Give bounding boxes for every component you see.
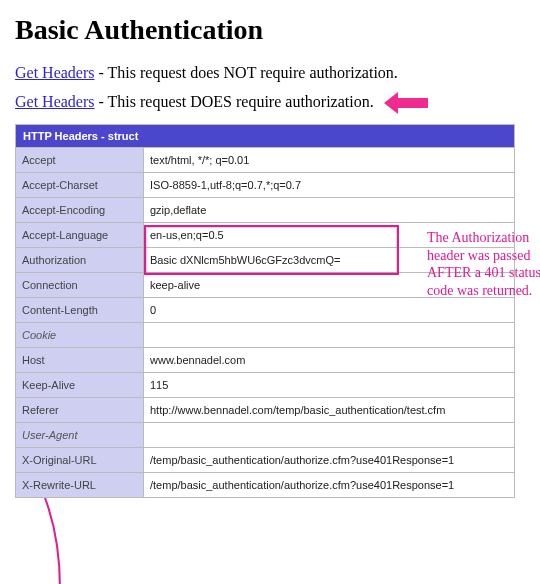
table-title: HTTP Headers - struct (16, 125, 515, 148)
example-line-1-text: - This request does NOT require authoriz… (95, 64, 398, 81)
annotation-text: The Authorization header was passed AFTE… (427, 229, 540, 299)
header-key: Accept (16, 148, 144, 173)
header-value: text/html, */*; q=0.01 (144, 148, 515, 173)
table-row: Refererhttp://www.bennadel.com/temp/basi… (16, 398, 515, 423)
header-value: ISO-8859-1,utf-8;q=0.7,*;q=0.7 (144, 173, 515, 198)
header-key: Content-Length (16, 298, 144, 323)
table-row: Cookie (16, 323, 515, 348)
svg-marker-0 (384, 92, 428, 114)
header-key: Connection (16, 273, 144, 298)
table-row: Hostwww.bennadel.com (16, 348, 515, 373)
header-key: Accept-Charset (16, 173, 144, 198)
header-key: X-Rewrite-URL (16, 473, 144, 498)
header-value: 0 (144, 298, 515, 323)
table-row: User-Agent (16, 423, 515, 448)
header-value (144, 323, 515, 348)
get-headers-link-1[interactable]: Get Headers (15, 64, 95, 81)
header-key: Referer (16, 398, 144, 423)
header-key: Keep-Alive (16, 373, 144, 398)
table-row: X-Original-URL/temp/basic_authentication… (16, 448, 515, 473)
example-line-2: Get Headers - This request DOES require … (15, 92, 525, 114)
header-key: Cookie (16, 323, 144, 348)
header-key: X-Original-URL (16, 448, 144, 473)
table-row: Keep-Alive115 (16, 373, 515, 398)
table-row: Accepttext/html, */*; q=0.01 (16, 148, 515, 173)
example-line-1: Get Headers - This request does NOT requ… (15, 64, 525, 82)
header-key: Accept-Encoding (16, 198, 144, 223)
table-row: Accept-CharsetISO-8859-1,utf-8;q=0.7,*;q… (16, 173, 515, 198)
header-value (144, 423, 515, 448)
header-value: www.bennadel.com (144, 348, 515, 373)
header-key: User-Agent (16, 423, 144, 448)
header-key: Authorization (16, 248, 144, 273)
header-key: Accept-Language (16, 223, 144, 248)
header-value: /temp/basic_authentication/authorize.cfm… (144, 448, 515, 473)
header-value: /temp/basic_authentication/authorize.cfm… (144, 473, 515, 498)
http-headers-table: HTTP Headers - struct Accepttext/html, *… (15, 124, 515, 498)
example-line-2-text: - This request DOES require authorizatio… (95, 93, 374, 110)
header-value: gzip,deflate (144, 198, 515, 223)
table-row: Accept-Encodinggzip,deflate (16, 198, 515, 223)
header-key: Host (16, 348, 144, 373)
annotation-arrow-icon (15, 498, 75, 584)
page-title: Basic Authentication (15, 14, 525, 46)
header-value: http://www.bennadel.com/temp/basic_authe… (144, 398, 515, 423)
arrow-left-icon (384, 92, 428, 114)
table-row: Content-Length0 (16, 298, 515, 323)
header-value: 115 (144, 373, 515, 398)
get-headers-link-2[interactable]: Get Headers (15, 93, 95, 110)
table-row: X-Rewrite-URL/temp/basic_authentication/… (16, 473, 515, 498)
